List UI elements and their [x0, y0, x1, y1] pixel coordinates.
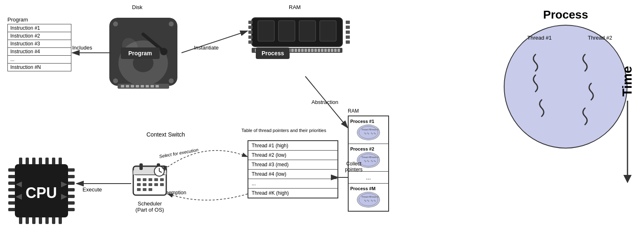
- thread-table: Thread #1 (high) Thread #2 (low) Thread …: [248, 140, 338, 198]
- svg-rect-21: [248, 26, 252, 29]
- squiggle-lines: [505, 26, 628, 149]
- svg-rect-27: [346, 31, 350, 34]
- svg-marker-132: [623, 175, 632, 183]
- svg-text:∿∿: ∿∿: [370, 132, 376, 135]
- svg-rect-31: [278, 21, 295, 41]
- svg-text:Thread #2: Thread #2: [370, 156, 379, 158]
- process-title: Process #1: [350, 119, 387, 124]
- svg-rect-106: [32, 217, 35, 224]
- svg-rect-90: [160, 183, 164, 186]
- svg-rect-30: [258, 21, 274, 41]
- cpu-icon: CPU: [7, 157, 75, 225]
- svg-rect-22: [248, 31, 252, 34]
- svg-rect-102: [52, 158, 55, 165]
- svg-rect-101: [45, 158, 49, 165]
- svg-rect-120: [67, 182, 75, 185]
- svg-rect-79: [139, 163, 143, 170]
- svg-rect-85: [160, 178, 164, 181]
- svg-rect-52: [311, 49, 314, 52]
- svg-text:∿∿: ∿∿: [370, 159, 376, 163]
- svg-text:Thread #2: Thread #2: [370, 128, 379, 131]
- diagram: Program Instruction #1 Instruction #2 In…: [0, 0, 644, 250]
- scheduler-icon: [131, 160, 168, 197]
- disk-label: Disk: [132, 4, 142, 10]
- svg-rect-25: [346, 21, 350, 24]
- svg-rect-100: [39, 158, 42, 165]
- svg-rect-51: [308, 49, 310, 52]
- process-row: Process #M Thread #1 Thread #2 ∿∿ ∿∿: [349, 184, 388, 211]
- svg-rect-91: [137, 188, 141, 191]
- svg-rect-98: [26, 158, 29, 165]
- svg-rect-97: [19, 158, 22, 165]
- program-title: Program: [7, 17, 71, 23]
- time-label: Time: [620, 66, 635, 97]
- svg-point-16: [113, 78, 118, 83]
- svg-rect-88: [149, 183, 152, 186]
- svg-rect-108: [45, 217, 49, 224]
- thread-row: Thread #3 (med): [248, 160, 337, 170]
- svg-rect-23: [248, 35, 252, 39]
- svg-rect-104: [19, 217, 22, 224]
- thread-row: Thread #K (high): [248, 189, 337, 198]
- svg-rect-47: [295, 49, 297, 52]
- svg-rect-33: [320, 21, 336, 41]
- svg-rect-53: [314, 49, 317, 52]
- svg-point-14: [113, 21, 118, 26]
- thread-row: Thread #1 (high): [248, 141, 337, 151]
- svg-rect-6: [121, 85, 124, 87]
- process-row: ...: [349, 172, 388, 184]
- svg-rect-55: [321, 49, 323, 52]
- svg-rect-46: [291, 49, 294, 52]
- svg-rect-49: [301, 49, 304, 52]
- process-mini-circle: Thread #1 Thread #2 ∿∿ ∿∿: [357, 192, 380, 208]
- svg-rect-92: [143, 188, 146, 191]
- svg-rect-118: [67, 168, 75, 172]
- svg-rect-122: [67, 195, 75, 198]
- svg-rect-89: [154, 183, 158, 186]
- instantiate-label: Instantiate: [194, 45, 219, 51]
- collect-pointers-label: Collect pointers: [338, 161, 369, 172]
- list-item: Instruction #3: [8, 40, 71, 48]
- process-title: Process #2: [350, 146, 387, 151]
- svg-rect-110: [59, 217, 62, 224]
- program-pill: Program: [121, 47, 160, 59]
- svg-rect-99: [32, 158, 35, 165]
- svg-rect-60: [337, 49, 340, 52]
- svg-rect-59: [334, 49, 337, 52]
- thread-table-title: Table of thread pointers and their prior…: [234, 128, 333, 133]
- svg-point-15: [169, 21, 174, 26]
- svg-rect-113: [8, 182, 16, 185]
- svg-rect-84: [154, 178, 158, 181]
- svg-text:∿∿: ∿∿: [364, 199, 370, 203]
- execute-label: Execute: [83, 186, 102, 193]
- svg-rect-112: [8, 175, 16, 178]
- svg-text:∿∿: ∿∿: [370, 199, 376, 203]
- svg-rect-32: [299, 21, 316, 41]
- svg-rect-115: [8, 195, 16, 198]
- svg-text:CPU: CPU: [26, 184, 57, 201]
- svg-rect-123: [67, 201, 75, 205]
- list-item: ...: [8, 56, 71, 64]
- ram-label: RAM: [289, 4, 301, 10]
- svg-rect-9: [136, 85, 139, 87]
- svg-rect-103: [59, 158, 62, 165]
- svg-rect-10: [141, 85, 144, 87]
- svg-rect-12: [151, 85, 154, 87]
- ram-col-label: RAM: [348, 108, 359, 114]
- svg-rect-105: [26, 217, 29, 224]
- list-item: Instruction #1: [8, 24, 71, 32]
- svg-rect-26: [346, 26, 350, 29]
- context-switch-label: Context Switch: [146, 131, 185, 138]
- svg-point-4: [160, 48, 167, 55]
- svg-rect-8: [131, 85, 134, 87]
- svg-rect-57: [328, 49, 330, 52]
- svg-rect-116: [8, 201, 16, 205]
- process-mini-circle: Thread #1 Thread #2 ∿∿ ∿∿: [357, 125, 380, 140]
- svg-rect-87: [143, 183, 146, 186]
- process-pill: Process: [256, 47, 290, 59]
- svg-rect-114: [8, 188, 16, 191]
- svg-rect-121: [67, 188, 75, 191]
- svg-rect-83: [149, 178, 152, 181]
- svg-rect-48: [298, 49, 300, 52]
- svg-rect-20: [248, 21, 252, 24]
